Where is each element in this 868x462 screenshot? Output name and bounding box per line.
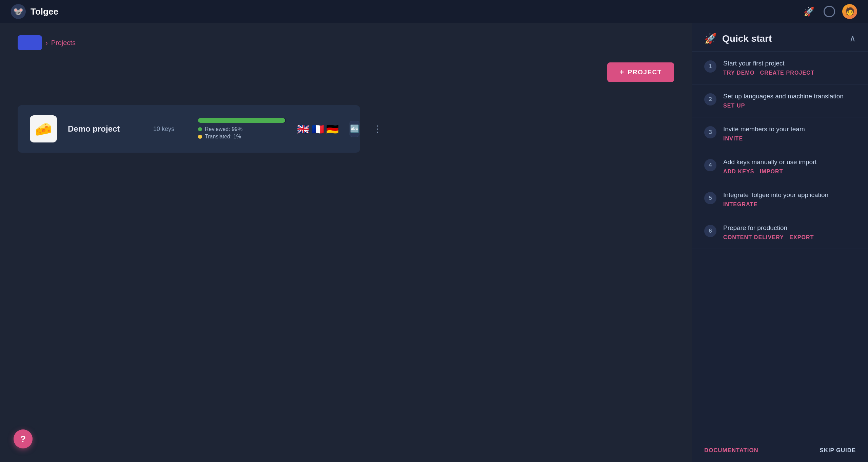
step-2-title: Set up languages and machine translation <box>723 93 856 100</box>
search-button[interactable] <box>822 4 837 19</box>
add-project-label: PROJECT <box>628 69 662 76</box>
step-3-content: Invite members to your team INVITE <box>723 126 856 142</box>
project-translate-button[interactable]: 🔤 <box>350 121 359 137</box>
breadcrumb-projects[interactable]: Projects <box>51 39 76 47</box>
translated-label: Translated: 1% <box>205 134 241 140</box>
avatar[interactable]: 🧑 <box>842 4 857 19</box>
project-progress: Reviewed: 99% Translated: 1% <box>198 118 286 140</box>
flag-gb: 🇬🇧 <box>297 123 310 135</box>
flag-de: 🇩🇪 <box>326 123 339 135</box>
step-6-content: Prepare for production CONTENT DELIVERY … <box>723 224 856 240</box>
translated-stat: Translated: 1% <box>198 134 286 140</box>
quickstart-footer: DOCUMENTATION SKIP GUIDE <box>692 439 868 462</box>
step-6-title: Prepare for production <box>723 224 856 232</box>
reviewed-stat: Reviewed: 99% <box>198 126 286 132</box>
step-1-content: Start your first project TRY DEMO CREATE… <box>723 60 856 76</box>
integrate-button[interactable]: INTEGRATE <box>723 201 757 208</box>
step-4-num: 4 <box>704 159 716 171</box>
step-3-actions: INVITE <box>723 136 856 142</box>
invite-button[interactable]: INVITE <box>723 136 743 142</box>
import-button[interactable]: IMPORT <box>760 169 783 175</box>
translated-dot <box>198 135 202 139</box>
quickstart-title: Quick start <box>722 33 772 44</box>
rocket-button[interactable]: 🚀 <box>802 4 816 19</box>
step-5-num: 5 <box>704 192 716 204</box>
step-5-actions: INTEGRATE <box>723 201 856 208</box>
setup-button[interactable]: SET UP <box>723 103 745 109</box>
rocket-icon: 🚀 <box>804 6 814 17</box>
project-card: 🧀 Demo project 10 keys Reviewed: 99% Tra… <box>18 105 360 153</box>
step-5: 5 Integrate Tolgee into your application… <box>692 183 868 216</box>
step-4-actions: ADD KEYS IMPORT <box>723 169 856 175</box>
breadcrumb-separator: › <box>45 39 48 47</box>
step-2-actions: SET UP <box>723 103 856 109</box>
home-button[interactable] <box>18 35 42 50</box>
add-keys-button[interactable]: ADD KEYS <box>723 169 754 175</box>
add-project-row: + PROJECT <box>18 62 674 94</box>
step-4-content: Add keys manually or use import ADD KEYS… <box>723 158 856 175</box>
progress-bar <box>198 118 286 123</box>
collapse-icon: ∧ <box>849 33 856 43</box>
flag-fr: 🇫🇷 <box>312 123 324 135</box>
avatar-icon: 🧑 <box>845 7 854 16</box>
tolgee-logo-icon: 🐭 <box>11 4 26 19</box>
top-navigation: 🐭 Tolgee 🚀 🧑 <box>0 0 868 23</box>
step-1: 1 Start your first project TRY DEMO CREA… <box>692 52 868 84</box>
project-more-button[interactable]: ⋮ <box>370 121 384 137</box>
export-button[interactable]: EXPORT <box>789 234 814 240</box>
quickstart-collapse-button[interactable]: ∧ <box>849 33 856 44</box>
project-flags: 🇬🇧 🇫🇷 🇩🇪 <box>297 123 339 135</box>
help-button[interactable]: ? <box>14 429 33 448</box>
step-4-title: Add keys manually or use import <box>723 158 856 166</box>
step-3-num: 3 <box>704 126 716 138</box>
plus-icon: + <box>619 68 624 77</box>
step-1-title: Start your first project <box>723 60 856 67</box>
steps-list: 1 Start your first project TRY DEMO CREA… <box>692 52 868 249</box>
reviewed-label: Reviewed: 99% <box>205 126 242 132</box>
step-6-actions: CONTENT DELIVERY EXPORT <box>723 234 856 240</box>
more-icon: ⋮ <box>373 124 382 134</box>
content-delivery-button[interactable]: CONTENT DELIVERY <box>723 234 784 240</box>
step-2-num: 2 <box>704 93 716 105</box>
step-5-content: Integrate Tolgee into your application I… <box>723 191 856 208</box>
project-logo: 🧀 <box>30 115 57 142</box>
breadcrumb: › Projects <box>18 35 674 50</box>
step-2: 2 Set up languages and machine translati… <box>692 84 868 117</box>
step-6-num: 6 <box>704 225 716 237</box>
help-icon: ? <box>20 434 26 444</box>
progress-bar-fill <box>198 118 285 123</box>
svg-text:🐭: 🐭 <box>13 6 23 16</box>
try-demo-button[interactable]: TRY DEMO <box>723 70 755 76</box>
project-keys: 10 keys <box>153 126 187 133</box>
content-area: › Projects + PROJECT 🧀 Demo project 10 k… <box>0 23 868 462</box>
logo-area: 🐭 Tolgee <box>11 4 58 19</box>
app-name: Tolgee <box>31 6 58 17</box>
create-project-button[interactable]: CREATE PROJECT <box>760 70 814 76</box>
step-1-num: 1 <box>704 60 716 73</box>
reviewed-dot <box>198 127 202 131</box>
documentation-link[interactable]: DOCUMENTATION <box>704 447 758 454</box>
step-4: 4 Add keys manually or use import ADD KE… <box>692 150 868 183</box>
circle-icon <box>824 6 835 17</box>
step-3-title: Invite members to your team <box>723 126 856 133</box>
skip-guide-link[interactable]: SKIP GUIDE <box>820 447 856 454</box>
quickstart-panel: 🚀 Quick start ∧ 1 Start your first proje… <box>692 23 868 462</box>
progress-stats: Reviewed: 99% Translated: 1% <box>198 126 286 140</box>
quickstart-rocket-icon: 🚀 <box>704 33 717 44</box>
translate-icon: 🔤 <box>350 124 359 133</box>
step-2-content: Set up languages and machine translation… <box>723 93 856 109</box>
step-1-actions: TRY DEMO CREATE PROJECT <box>723 70 856 76</box>
quickstart-title-row: 🚀 Quick start <box>704 33 772 44</box>
add-project-button[interactable]: + PROJECT <box>607 62 674 82</box>
step-3: 3 Invite members to your team INVITE <box>692 117 868 150</box>
main-content: › Projects + PROJECT 🧀 Demo project 10 k… <box>0 23 692 462</box>
step-5-title: Integrate Tolgee into your application <box>723 191 856 199</box>
quickstart-header: 🚀 Quick start ∧ <box>692 23 868 52</box>
step-6: 6 Prepare for production CONTENT DELIVER… <box>692 216 868 249</box>
project-emoji: 🧀 <box>35 121 52 137</box>
project-name[interactable]: Demo project <box>68 124 142 134</box>
